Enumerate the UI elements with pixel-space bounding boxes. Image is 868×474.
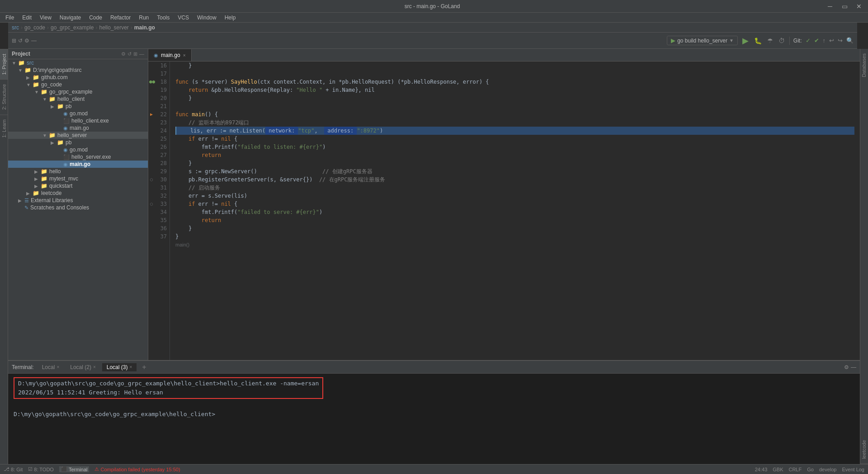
tree-item-gopath[interactable]: ▼ 📁 D:\my\go\gopath\src (8, 66, 148, 74)
tree-item-helloserver[interactable]: ▼ 📁 hello_server (8, 132, 148, 139)
term-tab-local2[interactable]: Local (2) × (66, 363, 100, 371)
run-button[interactable]: ▶ (741, 36, 750, 46)
menu-edit[interactable]: Edit (19, 14, 35, 22)
tree-item-quickstart[interactable]: ▶ 📁 quickstart (8, 182, 148, 190)
tree-item-github[interactable]: ▶ 📁 github.com (8, 74, 148, 81)
breadcrumb-example[interactable]: go_grpc_example (51, 24, 94, 31)
terminal-content[interactable]: D:\my\go\gopath\src\go_code\go_grpc_exam… (8, 374, 860, 464)
term-add-button[interactable]: + (140, 363, 148, 371)
menu-refactor[interactable]: Refactor (107, 14, 134, 22)
toolbar-settings-btn[interactable]: ⚙ (24, 38, 29, 44)
status-language[interactable]: Go (807, 467, 814, 472)
tree-item-gomod-server[interactable]: ◉ go.mod (8, 146, 148, 153)
tree-item-hello[interactable]: ▶ 📁 hello (8, 168, 148, 175)
menu-vcs[interactable]: VCS (174, 14, 193, 22)
term-settings-icon[interactable]: ⚙ (844, 364, 849, 370)
tree-item-pb-client[interactable]: ▶ 📁 pb (8, 103, 148, 110)
status-todo[interactable]: ☑ 8: TODO (28, 466, 54, 472)
term-tab-local[interactable]: Local × (38, 363, 64, 371)
quickstart-label: quickstart (49, 183, 72, 189)
status-git[interactable]: ⎇ 8: Git (4, 466, 23, 472)
term-tab-local2-close[interactable]: × (93, 365, 96, 370)
tree-item-gogrpc[interactable]: ▼ 📁 go_grpc_example (8, 88, 148, 95)
menu-window[interactable]: Window (193, 14, 220, 22)
external-expand-icon: ▶ (18, 198, 24, 203)
maximize-button[interactable]: ▭ (839, 1, 850, 12)
tree-item-gomod-client[interactable]: ◉ go.mod (8, 110, 148, 117)
main-client-label: main.go (70, 125, 89, 131)
menu-file[interactable]: File (2, 14, 18, 22)
client-exe-icon: ⬛ (63, 118, 70, 124)
project-gear-icon[interactable]: ⚙ (121, 51, 126, 57)
menu-tools[interactable]: Tools (153, 14, 173, 22)
toolbar-sync-btn[interactable]: ↺ (18, 38, 23, 44)
tree-item-src[interactable]: ▼ 📁 src (8, 59, 148, 66)
term-tab-local-close[interactable]: × (57, 365, 59, 370)
code-line-37: } (175, 232, 854, 241)
menu-navigate[interactable]: Navigate (56, 14, 85, 22)
tree-item-server-exe[interactable]: ⬛ hello_server.exe (8, 153, 148, 161)
breadcrumb-maingo[interactable]: main.go (134, 24, 155, 31)
breadcrumb-sep1: › (21, 24, 23, 31)
project-collapse-icon[interactable]: — (139, 51, 144, 57)
term-minimize-icon[interactable]: — (851, 364, 856, 370)
project-sync-icon[interactable]: ↺ (127, 51, 132, 57)
menu-run[interactable]: Run (135, 14, 152, 22)
git-checkmark-btn[interactable]: ✓ (806, 37, 811, 44)
breadcrumb-gocode[interactable]: go_code (24, 24, 45, 31)
status-branch[interactable]: develop (819, 467, 837, 472)
tab-close-icon[interactable]: × (183, 53, 186, 58)
hello-folder-icon: 📁 (41, 168, 47, 175)
minimize-button[interactable]: ─ (825, 1, 835, 12)
breadcrumb-src[interactable]: src (12, 24, 19, 31)
git-undo-btn[interactable]: ↩ (829, 37, 834, 44)
tree-item-main-server[interactable]: ◉ main.go (8, 161, 148, 168)
git-update-btn[interactable]: ↑ (823, 37, 826, 44)
git-redo-btn[interactable]: ↪ (838, 37, 843, 44)
editor-tab-maingo[interactable]: ◉ main.go × (148, 49, 192, 61)
project-settings-icon[interactable]: ⊞ (133, 51, 137, 57)
term-tab-local3-close[interactable]: × (129, 365, 132, 370)
tree-item-gocode[interactable]: ▼ 📁 go_code (8, 81, 148, 88)
status-error-label: Compilation failed (yesterday 15:50) (100, 467, 180, 472)
profile-button[interactable]: ⏱ (778, 37, 786, 44)
tab-project[interactable]: 1: Project (0, 49, 8, 79)
status-linesep[interactable]: CRLF (788, 467, 802, 472)
git-check-btn[interactable]: ✔ (814, 37, 819, 44)
status-terminal-tab[interactable]: ⬛ Terminal (59, 466, 90, 472)
code-content[interactable]: } func (s *server) SayHello(ctx context.… (170, 62, 860, 360)
toolbar-collapse-btn[interactable]: — (31, 38, 37, 44)
tree-item-leetcode[interactable]: ▶ 📁 leetcode (8, 190, 148, 197)
menu-help[interactable]: Help (221, 14, 240, 22)
term-tab-local3[interactable]: Local (3) × (102, 363, 137, 371)
tab-learn[interactable]: 1: Learn (0, 114, 8, 142)
tree-item-external[interactable]: ▶ ☰ External Libraries (8, 197, 148, 204)
tab-structure[interactable]: 2: Structure (0, 79, 8, 114)
tree-item-scratches[interactable]: ✎ Scratches and Consoles (8, 204, 148, 211)
menu-view[interactable]: View (36, 14, 55, 22)
tree-item-mytest[interactable]: ▶ 📁 mytest_mvc (8, 175, 148, 182)
debug-button[interactable]: 🐛 (753, 37, 763, 44)
tab-file-icon: ◉ (154, 52, 158, 58)
close-button[interactable]: ✕ (854, 1, 864, 12)
status-error: ⚠ Compilation failed (yesterday 15:50) (94, 466, 180, 472)
toolbar: ⊞ ↺ ⚙ — ▶ go build hello_server ▼ ▶ 🐛 ☂ … (8, 33, 857, 49)
tree-item-client-exe[interactable]: ⬛ hello_client.exe (8, 117, 148, 124)
tree-item-main-client[interactable]: ◉ main.go (8, 124, 148, 132)
run-config-dropdown[interactable]: ▶ go build hello_server ▼ (667, 36, 738, 45)
mytest-folder-icon: 📁 (41, 175, 47, 182)
status-eventlog[interactable]: Event Log (842, 467, 864, 472)
tree-item-pb-server[interactable]: ▶ 📁 pb (8, 139, 148, 146)
code-line-23: // 监听本地的8972端口 (175, 118, 854, 127)
search-everywhere-btn[interactable]: 🔍 (846, 37, 854, 44)
terminal-line-cmd: D:\my\go\gopath\src\go_code\go_grpc_exam… (18, 379, 319, 388)
tab-databases[interactable]: Databases (860, 49, 868, 82)
breadcrumb-server[interactable]: hello_server (99, 24, 128, 31)
status-encoding[interactable]: GBK (773, 467, 783, 472)
menu-code[interactable]: Code (85, 14, 106, 22)
tab-leetcode-right[interactable]: leetcode (860, 436, 868, 464)
toolbar-project-btn[interactable]: ⊞ (12, 38, 16, 44)
coverage-button[interactable]: ☂ (766, 37, 774, 44)
tree-item-helloclient[interactable]: ▼ 📁 hello_client (8, 95, 148, 103)
project-title: Project (12, 51, 30, 57)
